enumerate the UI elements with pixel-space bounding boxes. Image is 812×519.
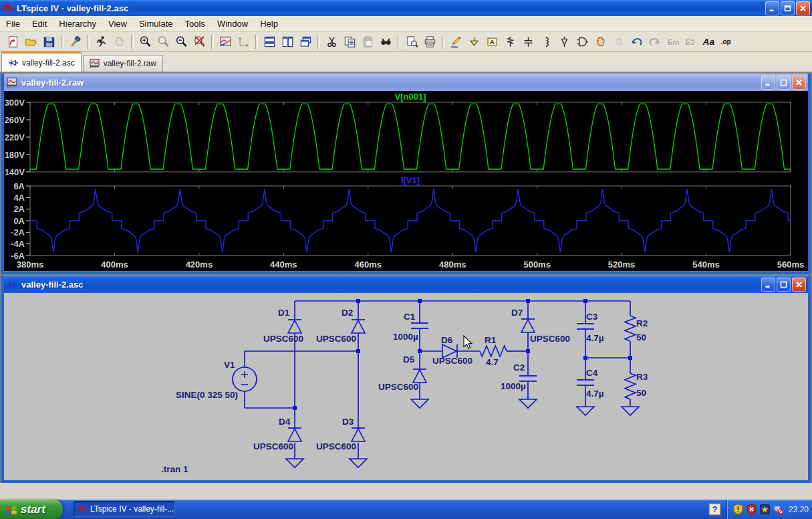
tab-valley-fill-2.raw[interactable]: valley-fill-2.raw [83,55,163,72]
move-button[interactable] [591,33,610,50]
schematic-label[interactable]: UPSC600 [530,334,570,344]
schematic-label[interactable]: D1 [278,308,290,318]
zoom-in-button[interactable] [136,33,154,50]
waveform-pane-button[interactable] [217,33,235,50]
schematic-label[interactable]: C4 [586,368,598,378]
waveform-minimize-button[interactable] [761,76,775,90]
diode-D1[interactable] [288,320,301,333]
diode-D7[interactable] [521,319,535,332]
cut-button[interactable] [323,33,341,50]
find-button[interactable] [377,33,395,50]
schematic-label[interactable]: R3 [636,372,648,382]
print-preview-button[interactable] [403,33,421,50]
schematic-label[interactable]: C1 [404,312,416,322]
close-button[interactable] [796,1,810,15]
diode-D2[interactable] [352,320,365,333]
voltage-source-V1[interactable] [233,367,257,391]
schematic-label[interactable]: R2 [636,318,648,328]
schematic-label[interactable]: UPSC600 [316,441,356,451]
waveform-maximize-button[interactable] [777,76,791,90]
control-panel-button[interactable] [66,33,84,50]
spice-directive-button[interactable]: .op [718,33,736,50]
waveform-plot-area[interactable]: 300V260V220V180V140VV[n001]6A4A2A0A-2A-4… [4,91,808,271]
ground-symbol[interactable] [519,399,537,408]
trace-label-V[n001][interactable]: V[n001] [395,92,426,102]
diode-D5[interactable] [413,369,426,383]
schematic-label[interactable]: D5 [403,354,415,365]
waveform-window-titlebar[interactable]: valley-fill-2.raw [4,74,808,91]
schematic-label[interactable]: D6 [441,335,453,345]
ground-symbol[interactable] [411,399,428,408]
zoom-full-button[interactable] [190,33,209,50]
menu-view[interactable]: View [102,16,133,31]
schematic-label[interactable]: 50 [636,332,646,342]
schematic-minimize-button[interactable] [761,278,775,292]
capacitor-C1[interactable] [411,323,428,328]
schematic-window-titlebar[interactable]: valley-fill-2.asc [4,276,808,293]
start-button[interactable]: start [0,500,63,519]
zoom-out-button[interactable] [172,33,190,50]
schematic-label[interactable]: 50 [636,388,646,398]
resistor-R3[interactable] [625,373,636,399]
diode-button[interactable] [555,33,573,50]
tile-horizontal-button[interactable] [261,33,279,50]
menu-simulate[interactable]: Simulate [133,16,179,31]
tile-vertical-button[interactable] [279,33,297,50]
schematic-label[interactable]: .tran 1 [161,464,188,474]
schematic-label[interactable]: 1000µ [393,332,418,342]
text-button[interactable]: Aa [700,33,718,50]
net-label-button[interactable]: A [483,33,501,50]
schematic-label[interactable]: R1 [485,335,497,345]
capacitor-C2[interactable] [519,376,537,381]
tab-valley-fill-2.asc[interactable]: valley-fill-2.asc [1,51,82,72]
schematic-label[interactable]: D2 [342,308,353,318]
schematic-label[interactable]: C2 [513,362,525,373]
ground-symbol[interactable] [622,407,639,415]
capacitor-button[interactable] [519,33,537,50]
waveform-plots[interactable]: 300V260V220V180V140VV[n001]6A4A2A0A-2A-4… [4,91,808,271]
ground-symbol[interactable] [286,459,303,468]
capacitor-C3[interactable] [577,324,594,329]
capacitor-C4[interactable] [577,380,594,385]
diode-D3[interactable] [352,428,365,441]
ground-symbol[interactable] [350,459,367,468]
schematic-label[interactable]: UPSC600 [432,356,472,366]
resistor-button[interactable] [501,33,519,50]
schematic-label[interactable]: D4 [279,417,291,427]
resistor-R2[interactable] [625,316,636,341]
menu-tools[interactable]: Tools [179,16,211,31]
schematic-label[interactable]: 4.7µ [586,333,604,343]
schematic-label[interactable]: SINE(0 325 50) [176,390,238,400]
resistor-R1[interactable] [480,346,507,356]
menu-edit[interactable]: Edit [26,16,53,31]
component-button[interactable] [573,33,591,50]
schematic-label[interactable]: C3 [586,312,598,322]
new-schematic-button[interactable] [4,33,22,50]
antivirus-alert-icon[interactable] [746,504,757,515]
undo-button[interactable] [628,33,646,50]
minimize-button[interactable] [765,1,779,15]
menu-window[interactable]: Window [211,16,254,31]
save-button[interactable] [40,33,58,50]
ground-symbol[interactable] [577,407,594,415]
menu-hierarchy[interactable]: Hierarchy [53,16,102,31]
schematic-close-button[interactable] [792,278,806,292]
menu-file[interactable]: File [0,16,26,31]
ground-button[interactable] [465,33,483,50]
open-button[interactable] [22,33,40,50]
schematic-label[interactable]: UPSC600 [253,441,293,451]
schematic-drawing[interactable]: D1UPSC600D2UPSC600C11000µD5UPSC600D6UPSC… [4,293,808,480]
schematic-label[interactable]: 4.7µ [586,389,604,399]
schematic-label[interactable]: D3 [342,417,354,427]
schematic-label[interactable]: 4.7 [486,357,499,367]
schematic-label[interactable]: UPSC600 [378,382,418,392]
schematic-label[interactable]: V1 [224,360,235,370]
wire-button[interactable] [447,33,465,50]
cascade-button[interactable] [297,33,315,50]
security-warning-icon[interactable] [732,504,744,515]
waveform-close-button[interactable] [792,76,806,90]
taskbar-task-ltspice[interactable]: LTspice IV - valley-fill-... [74,501,175,517]
menu-help[interactable]: Help [254,16,284,31]
print-button[interactable] [421,33,439,50]
schematic-label[interactable]: UPSC600 [263,334,303,344]
